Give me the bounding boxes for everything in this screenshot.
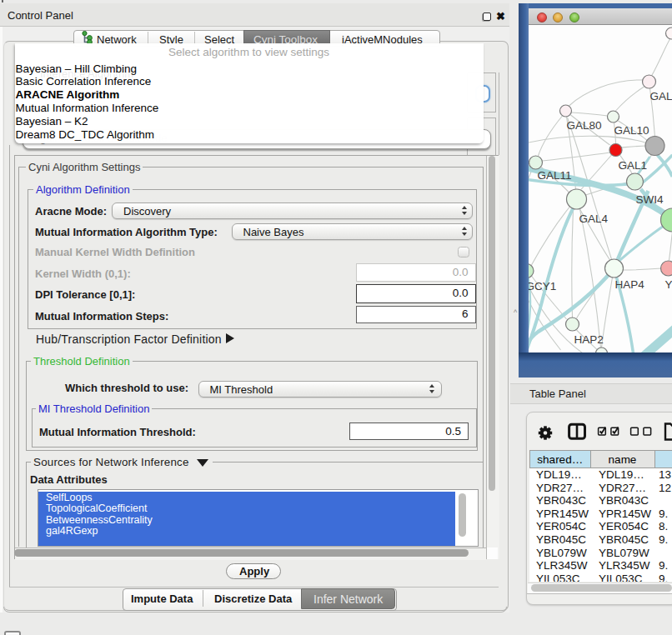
svg-text:GAL11: GAL11 bbox=[537, 169, 571, 182]
svg-text:HAP2: HAP2 bbox=[574, 333, 603, 346]
svg-text:GAL2: GAL2 bbox=[649, 90, 672, 102]
svg-text:GAL1: GAL1 bbox=[618, 159, 647, 172]
svg-text:GAL10: GAL10 bbox=[614, 124, 649, 137]
svg-text:GCY1: GCY1 bbox=[529, 280, 556, 292]
svg-text:HAP4: HAP4 bbox=[614, 278, 644, 291]
svg-text:GAL80: GAL80 bbox=[566, 119, 601, 132]
svg-text:GAL4: GAL4 bbox=[579, 212, 608, 225]
svg-text:SWI4: SWI4 bbox=[635, 193, 663, 206]
svg-text:Y: Y bbox=[664, 278, 672, 291]
